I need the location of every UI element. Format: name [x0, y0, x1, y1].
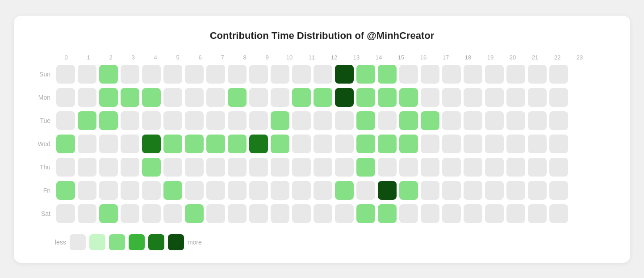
cell-tue-1[interactable]	[78, 111, 96, 130]
cell-tue-22[interactable]	[528, 111, 547, 130]
cell-thu-22[interactable]	[528, 158, 547, 177]
cell-mon-19[interactable]	[464, 88, 482, 107]
cell-sun-9[interactable]	[249, 65, 268, 84]
cell-thu-15[interactable]	[378, 158, 397, 177]
cell-tue-13[interactable]	[335, 111, 354, 130]
cell-wed-13[interactable]	[335, 135, 354, 153]
cell-fri-1[interactable]	[78, 181, 96, 200]
cell-sat-5[interactable]	[163, 204, 182, 223]
cell-sat-20[interactable]	[485, 204, 504, 223]
cell-wed-14[interactable]	[356, 135, 375, 153]
cell-fri-4[interactable]	[142, 181, 161, 200]
cell-sun-23[interactable]	[549, 65, 568, 84]
cell-thu-12[interactable]	[314, 158, 332, 177]
cell-mon-23[interactable]	[549, 88, 568, 107]
cell-sat-10[interactable]	[271, 204, 289, 223]
cell-fri-7[interactable]	[206, 181, 225, 200]
cell-thu-0[interactable]	[56, 158, 75, 177]
cell-fri-11[interactable]	[292, 181, 311, 200]
cell-thu-8[interactable]	[228, 158, 247, 177]
cell-tue-23[interactable]	[549, 111, 568, 130]
cell-fri-22[interactable]	[528, 181, 547, 200]
cell-sun-4[interactable]	[142, 65, 161, 84]
cell-mon-1[interactable]	[78, 88, 96, 107]
cell-mon-11[interactable]	[292, 88, 311, 107]
cell-sat-4[interactable]	[142, 204, 161, 223]
cell-thu-18[interactable]	[442, 158, 461, 177]
cell-sun-5[interactable]	[163, 65, 182, 84]
cell-sat-15[interactable]	[378, 204, 397, 223]
cell-tue-10[interactable]	[271, 111, 289, 130]
cell-tue-15[interactable]	[378, 111, 397, 130]
cell-mon-10[interactable]	[271, 88, 289, 107]
cell-sun-20[interactable]	[485, 65, 504, 84]
cell-mon-20[interactable]	[485, 88, 504, 107]
cell-sat-14[interactable]	[356, 204, 375, 223]
cell-sun-19[interactable]	[464, 65, 482, 84]
cell-thu-23[interactable]	[549, 158, 568, 177]
cell-sun-2[interactable]	[99, 65, 118, 84]
cell-thu-20[interactable]	[485, 158, 504, 177]
cell-tue-21[interactable]	[506, 111, 525, 130]
cell-wed-8[interactable]	[228, 135, 247, 153]
cell-thu-16[interactable]	[399, 158, 418, 177]
cell-sun-6[interactable]	[185, 65, 204, 84]
cell-fri-2[interactable]	[99, 181, 118, 200]
cell-thu-17[interactable]	[421, 158, 439, 177]
cell-sat-21[interactable]	[506, 204, 525, 223]
cell-tue-19[interactable]	[464, 111, 482, 130]
cell-sun-7[interactable]	[206, 65, 225, 84]
cell-tue-14[interactable]	[356, 111, 375, 130]
cell-sat-17[interactable]	[421, 204, 439, 223]
cell-mon-16[interactable]	[399, 88, 418, 107]
cell-tue-7[interactable]	[206, 111, 225, 130]
cell-fri-0[interactable]	[56, 181, 75, 200]
cell-sun-15[interactable]	[378, 65, 397, 84]
cell-mon-18[interactable]	[442, 88, 461, 107]
cell-tue-4[interactable]	[142, 111, 161, 130]
cell-wed-20[interactable]	[485, 135, 504, 153]
cell-sat-1[interactable]	[78, 204, 96, 223]
cell-mon-3[interactable]	[121, 88, 139, 107]
cell-wed-22[interactable]	[528, 135, 547, 153]
cell-sun-10[interactable]	[271, 65, 289, 84]
cell-thu-4[interactable]	[142, 158, 161, 177]
cell-wed-7[interactable]	[206, 135, 225, 153]
cell-wed-3[interactable]	[121, 135, 139, 153]
cell-sat-8[interactable]	[228, 204, 247, 223]
cell-wed-17[interactable]	[421, 135, 439, 153]
cell-mon-8[interactable]	[228, 88, 247, 107]
cell-tue-20[interactable]	[485, 111, 504, 130]
cell-mon-7[interactable]	[206, 88, 225, 107]
cell-wed-19[interactable]	[464, 135, 482, 153]
cell-wed-6[interactable]	[185, 135, 204, 153]
cell-wed-18[interactable]	[442, 135, 461, 153]
cell-tue-5[interactable]	[163, 111, 182, 130]
cell-sun-18[interactable]	[442, 65, 461, 84]
cell-sat-6[interactable]	[185, 204, 204, 223]
cell-fri-6[interactable]	[185, 181, 204, 200]
cell-wed-5[interactable]	[163, 135, 182, 153]
cell-wed-15[interactable]	[378, 135, 397, 153]
cell-fri-10[interactable]	[271, 181, 289, 200]
cell-sun-14[interactable]	[356, 65, 375, 84]
cell-wed-9[interactable]	[249, 135, 268, 153]
cell-sun-17[interactable]	[421, 65, 439, 84]
cell-fri-20[interactable]	[485, 181, 504, 200]
cell-fri-13[interactable]	[335, 181, 354, 200]
cell-sat-23[interactable]	[549, 204, 568, 223]
cell-tue-18[interactable]	[442, 111, 461, 130]
cell-sat-2[interactable]	[99, 204, 118, 223]
cell-mon-14[interactable]	[356, 88, 375, 107]
cell-sun-13[interactable]	[335, 65, 354, 84]
cell-sat-13[interactable]	[335, 204, 354, 223]
cell-mon-22[interactable]	[528, 88, 547, 107]
cell-fri-16[interactable]	[399, 181, 418, 200]
cell-mon-12[interactable]	[314, 88, 332, 107]
cell-tue-6[interactable]	[185, 111, 204, 130]
cell-mon-6[interactable]	[185, 88, 204, 107]
cell-thu-21[interactable]	[506, 158, 525, 177]
cell-sat-9[interactable]	[249, 204, 268, 223]
cell-sun-12[interactable]	[314, 65, 332, 84]
cell-sat-22[interactable]	[528, 204, 547, 223]
